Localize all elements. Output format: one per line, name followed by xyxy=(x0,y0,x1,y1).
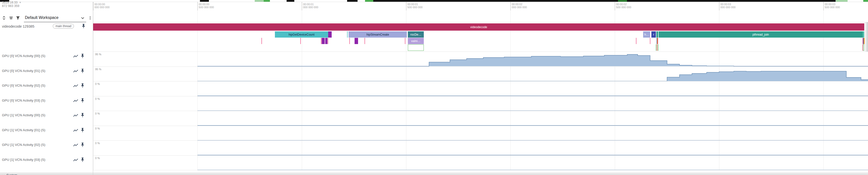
slice-instant[interactable] xyxy=(408,44,424,51)
line-chart-icon[interactable] xyxy=(73,114,78,119)
slice-instant[interactable] xyxy=(321,38,321,44)
workspace-toolbar: Default Workspace xyxy=(0,13,93,23)
sidebar-track-counter[interactable]: GPU [1] VCN Activity [01] (S) xyxy=(0,126,93,141)
counter-scale-label: 0 % xyxy=(95,82,100,85)
overview-segment xyxy=(200,0,209,2)
pin-icon[interactable] xyxy=(81,128,86,133)
slice[interactable]: vaIni… xyxy=(408,38,424,44)
counter-track-area[interactable]: 0 % xyxy=(0,155,868,170)
counter-area-chart[interactable] xyxy=(0,52,868,66)
counter-area-chart[interactable] xyxy=(0,126,868,141)
counter-area-chart[interactable] xyxy=(0,111,868,126)
line-chart-icon[interactable] xyxy=(73,99,78,104)
slice-instant[interactable] xyxy=(328,31,332,37)
pin-icon[interactable] xyxy=(81,54,86,58)
slice-instant[interactable] xyxy=(328,38,328,44)
counter-area-chart[interactable] xyxy=(0,140,868,155)
slice[interactable]: rocDe… xyxy=(408,31,424,37)
filter-icon[interactable] xyxy=(16,16,21,21)
session-timestamp: 3d19:16:33 + 872 983 359 xyxy=(2,1,21,8)
slice-label: rocDe… xyxy=(410,33,422,36)
chevron-down-icon[interactable] xyxy=(80,16,85,21)
counter-track-area[interactable]: 0 % xyxy=(0,126,868,141)
counter-area-chart[interactable] xyxy=(0,96,868,111)
trace-viewer: 00:00:00 000 000 00000:00:00 500 000 000… xyxy=(0,0,868,175)
slice-instant[interactable] xyxy=(657,44,657,51)
track-border xyxy=(0,170,868,170)
counter-area-chart[interactable] xyxy=(0,66,868,81)
slice-instant[interactable] xyxy=(658,44,658,51)
counter-scale-label: 95 % xyxy=(95,53,101,56)
sidebar-track-counter[interactable]: GPU [1] VCN Activity [02] (S) xyxy=(0,140,93,155)
line-chart-icon[interactable] xyxy=(73,143,78,148)
session-nanoseconds: 872 983 359 xyxy=(2,4,21,8)
slice-instant[interactable] xyxy=(656,44,656,51)
slice[interactable]: videodecode xyxy=(93,23,864,31)
right-edge-fade xyxy=(864,22,868,52)
counter-scale-label: 95 % xyxy=(95,68,101,71)
pin-icon[interactable] xyxy=(82,24,87,29)
pin-icon[interactable] xyxy=(81,68,86,74)
slice-instant[interactable] xyxy=(636,38,637,44)
pin-icon[interactable] xyxy=(81,157,86,162)
counter-area-chart[interactable] xyxy=(0,155,868,170)
counter-track-area[interactable]: 0 % xyxy=(0,140,868,155)
ruler-tick xyxy=(719,2,719,10)
line-chart-icon[interactable] xyxy=(73,84,78,89)
kebab-menu-icon[interactable] xyxy=(88,16,93,21)
track-border xyxy=(0,96,868,96)
unfold-more-icon[interactable] xyxy=(1,16,6,21)
group-header-system[interactable]: System xyxy=(0,173,868,175)
sidebar-track-counter[interactable]: GPU [1] VCN Activity [00] (S) xyxy=(0,111,93,126)
slice[interactable]: hipGetDeviceCount xyxy=(275,31,328,37)
counter-area-chart[interactable] xyxy=(0,81,868,96)
counter-track-area[interactable]: 0 % xyxy=(0,81,868,96)
pin-icon[interactable] xyxy=(81,98,86,103)
slice-label: pthread_join xyxy=(752,33,769,36)
sidebar-track-videodecode[interactable]: videodecode 129385main thread xyxy=(0,22,93,52)
slice-label: h… xyxy=(644,33,650,36)
main-thread-chip: main thread xyxy=(53,24,74,29)
line-chart-icon[interactable] xyxy=(73,55,78,59)
counter-track-area[interactable]: 0 % xyxy=(0,96,868,111)
counter-track-area[interactable]: 95 % xyxy=(0,52,868,66)
counter-track-area[interactable]: 0 % xyxy=(0,111,868,126)
sidebar-track-counter[interactable]: GPU [0] VCN Activity [03] (S) xyxy=(0,96,93,111)
overview-segment xyxy=(836,0,847,2)
counter-scale-label: 0 % xyxy=(95,97,100,100)
line-chart-icon[interactable] xyxy=(73,69,78,75)
slice-instant[interactable] xyxy=(261,38,262,44)
slice-instant[interactable] xyxy=(347,31,348,37)
slice-label: hipStreamCreate xyxy=(366,33,390,36)
ruler-tick xyxy=(197,2,198,10)
sidebar-track-counter[interactable]: GPU [0] VCN Activity [00] (S) xyxy=(0,52,93,66)
workspace-select[interactable]: Default Workspace xyxy=(25,16,59,20)
slice[interactable]: pthread_join xyxy=(659,31,863,37)
pin-icon[interactable] xyxy=(81,113,86,118)
slice[interactable]: h… xyxy=(643,31,650,37)
slice[interactable]: hipStreamCreate xyxy=(349,31,407,37)
line-chart-icon[interactable] xyxy=(73,129,78,134)
sort-icon[interactable] xyxy=(8,16,13,21)
session-time: 3d19:16:33 xyxy=(2,1,18,4)
ruler-tick-label: 00:00:02 500 000 000 xyxy=(616,3,631,9)
slice-instant[interactable] xyxy=(405,38,405,44)
slice[interactable]: r xyxy=(651,31,656,37)
slice-instant[interactable] xyxy=(325,38,328,44)
sidebar-track-counter[interactable]: GPU [0] VCN Activity [01] (S) xyxy=(0,66,93,81)
slice-instant[interactable] xyxy=(650,38,650,44)
slice-instant[interactable] xyxy=(322,38,325,44)
overview-minimap[interactable] xyxy=(0,0,868,2)
slice-instant[interactable] xyxy=(365,38,365,44)
slice-instant[interactable] xyxy=(656,31,658,37)
pin-icon[interactable] xyxy=(81,142,86,147)
slice-instant[interactable] xyxy=(658,38,658,44)
slice-instant[interactable] xyxy=(300,38,301,44)
line-chart-icon[interactable] xyxy=(73,158,78,163)
slice-instant[interactable] xyxy=(354,38,358,44)
counter-track-area[interactable]: 95 % xyxy=(0,66,868,81)
pin-icon[interactable] xyxy=(81,83,86,88)
sidebar-track-counter[interactable]: GPU [1] VCN Activity [03] (S) xyxy=(0,155,93,170)
sidebar-track-counter[interactable]: GPU [0] VCN Activity [02] (S) xyxy=(0,81,93,96)
slice-instant[interactable] xyxy=(349,38,350,44)
